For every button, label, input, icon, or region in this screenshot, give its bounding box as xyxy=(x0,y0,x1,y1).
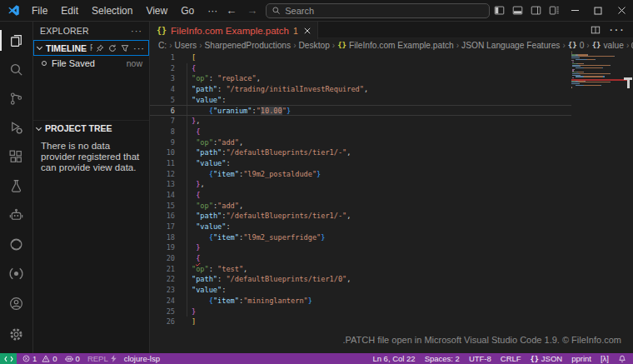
activity-item-robot-extension[interactable] xyxy=(0,201,33,230)
project-tree-section-header[interactable]: PROJECT TREE xyxy=(33,120,149,136)
line-number: 26 xyxy=(150,317,175,327)
problems-status[interactable]: 1 0 xyxy=(22,354,57,363)
chevron-down-icon xyxy=(37,44,42,50)
indentation-status[interactable]: Spaces: 2 xyxy=(425,354,460,363)
language-mode-status[interactable]: {} JSON xyxy=(531,354,563,363)
line-number: 21 xyxy=(150,264,175,275)
breadcrumb-item[interactable]: SharpenedProductions xyxy=(204,41,291,50)
json-file-icon: {} xyxy=(157,26,167,35)
breadcrumb-label: JSON Language Features xyxy=(461,41,560,50)
toggle-secondary-sidebar-icon[interactable] xyxy=(526,0,545,21)
object-braces-icon: {} xyxy=(592,41,601,49)
search-icon xyxy=(272,6,281,15)
menu-item-view[interactable]: View xyxy=(139,0,174,22)
line-number: 7 xyxy=(150,116,175,127)
mode-indicator-status[interactable]: [λ] xyxy=(601,354,609,363)
maximize-button[interactable] xyxy=(586,0,610,21)
timeline-more-icon[interactable]: ··· xyxy=(133,43,145,53)
code-line: 19 } xyxy=(150,242,571,253)
explorer-more-icon[interactable]: ··· xyxy=(131,26,142,36)
timeline-section-header[interactable]: TIMELINE FileInfo... ··· xyxy=(33,40,149,56)
formatter-status[interactable]: pprint xyxy=(571,354,591,363)
notifications-bell-icon[interactable] xyxy=(618,355,626,363)
customize-layout-icon[interactable] xyxy=(545,0,563,21)
remote-indicator[interactable] xyxy=(0,353,17,364)
line-number: 18 xyxy=(150,232,175,243)
code-line: 24 {"item":"mininglantern"} xyxy=(150,296,571,307)
activity-item-calva[interactable] xyxy=(0,259,33,288)
sidebar: EXPLORER ··· TIMELINE FileInfo... xyxy=(33,22,150,353)
project-tree-title: PROJECT TREE xyxy=(45,123,112,133)
line-text: } xyxy=(175,307,196,317)
activity-item-search[interactable] xyxy=(0,55,33,84)
back-arrow-icon[interactable]: ← xyxy=(224,4,238,17)
split-editor-icon[interactable] xyxy=(591,25,601,35)
status-left: 1 0 0 REPL clojure-lsp xyxy=(17,354,160,363)
activity-item-settings[interactable] xyxy=(0,319,33,350)
minimize-button[interactable] xyxy=(563,0,586,21)
activity-item-browser-tools[interactable] xyxy=(0,230,33,259)
menu-item-edit[interactable]: Edit xyxy=(54,0,85,22)
menu-item-go[interactable]: Go xyxy=(174,0,201,22)
menu-item-selection[interactable]: Selection xyxy=(85,0,139,22)
line-number: 3 xyxy=(150,73,175,84)
line-text: }, xyxy=(175,116,200,127)
close-button[interactable] xyxy=(610,0,633,21)
timeline-item[interactable]: File Savednow xyxy=(33,56,149,70)
tab-close-icon[interactable] xyxy=(304,27,311,34)
line-text: }, xyxy=(175,179,205,190)
line-text: { xyxy=(175,190,200,201)
breadcrumb-item[interactable]: {}FileInfo.com Example.patch xyxy=(337,41,454,50)
toggle-sidebar-icon[interactable] xyxy=(490,0,508,21)
pin-icon[interactable] xyxy=(96,44,104,52)
editor-more-icon[interactable]: ··· xyxy=(609,22,625,37)
refresh-icon[interactable] xyxy=(108,44,117,52)
activity-item-run-debug[interactable] xyxy=(0,113,33,142)
eol-status[interactable]: CRLF xyxy=(501,354,521,363)
activity-item-account[interactable] xyxy=(0,288,33,319)
breadcrumb-item[interactable]: {}0 xyxy=(568,41,585,50)
cursor-position-status[interactable]: Ln 6, Col 22 xyxy=(372,354,415,363)
code-line: 5"value": xyxy=(150,95,571,106)
breadcrumb-item[interactable]: Users xyxy=(175,41,197,50)
command-center-search[interactable]: Search xyxy=(266,3,490,18)
line-number: 12 xyxy=(150,169,175,180)
line-number: 14 xyxy=(150,190,175,201)
explorer-header[interactable]: EXPLORER ··· xyxy=(33,22,149,40)
repl-label: REPL xyxy=(87,354,108,363)
code-line: 22"path": "/defaultBlueprints/tier1/0", xyxy=(150,274,571,285)
line-number: 19 xyxy=(150,242,175,253)
timeline-item-label: File Saved xyxy=(52,58,95,68)
repl-status[interactable]: REPL xyxy=(87,354,117,363)
line-text: [ xyxy=(175,52,196,63)
filter-icon[interactable] xyxy=(121,44,129,52)
code-editor[interactable]: 1[2{3"op": "replace",4"path": "/trading/… xyxy=(150,52,633,353)
line-text: "value": xyxy=(175,95,226,106)
breadcrumb-item[interactable]: {}value xyxy=(592,41,624,50)
activity-item-testing[interactable] xyxy=(0,172,33,201)
line-text: "value": xyxy=(175,285,226,296)
tab-fileinfo-example-patch[interactable]: {} FileInfo.com Example.patch 1 xyxy=(150,22,318,39)
toggle-panel-icon[interactable] xyxy=(508,0,526,21)
language-server-status[interactable]: clojure-lsp xyxy=(124,354,160,363)
breadcrumb-item[interactable]: Desktop xyxy=(298,41,329,50)
chevron-down-icon xyxy=(36,124,42,130)
menu-item-···[interactable]: ··· xyxy=(201,0,224,22)
extension-status[interactable]: 0 xyxy=(65,354,80,363)
status-right: Ln 6, Col 22 Spaces: 2 UTF-8 CRLF {} JSO… xyxy=(372,354,633,363)
vscode-logo-icon xyxy=(7,4,20,17)
breadcrumb-label: SharpenedProductions xyxy=(204,41,291,50)
encoding-status[interactable]: UTF-8 xyxy=(469,354,491,363)
breadcrumb-item[interactable]: C: xyxy=(158,41,167,50)
line-number: 15 xyxy=(150,201,175,212)
activity-item-source-control[interactable] xyxy=(0,84,33,113)
activity-item-extensions[interactable] xyxy=(0,142,33,172)
menu-item-file[interactable]: File xyxy=(25,0,54,22)
activity-item-explorer[interactable] xyxy=(0,26,33,55)
error-count: 1 xyxy=(32,354,37,363)
forward-arrow-icon[interactable]: → xyxy=(245,4,259,17)
line-text: "path": "/defaultBlueprints/tier1/0", xyxy=(175,274,351,285)
title-bar: FileEditSelectionViewGo··· ← → Search xyxy=(0,0,633,22)
timeline-context: FileInfo... xyxy=(90,43,92,52)
breadcrumb-item[interactable]: JSON Language Features xyxy=(461,41,560,50)
